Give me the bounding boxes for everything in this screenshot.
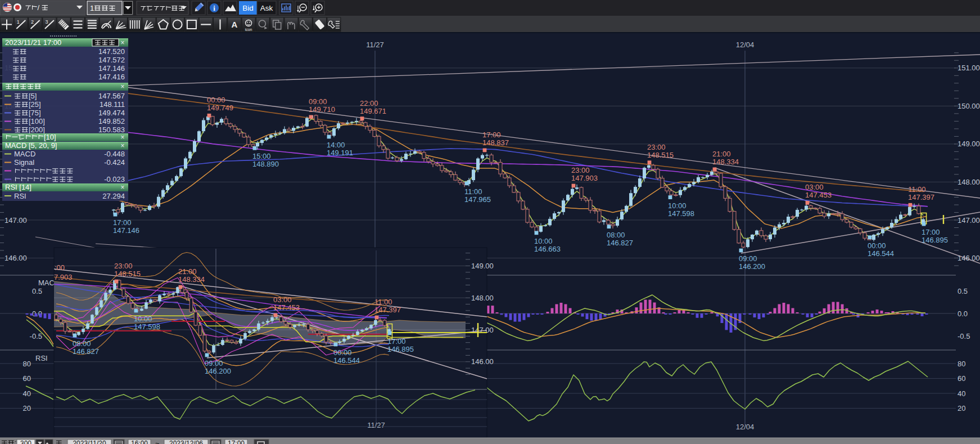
svg-text:[100]: [100] (29, 117, 45, 125)
svg-text:148.00: 148.00 (471, 294, 494, 302)
svg-text:148.837: 148.837 (482, 138, 509, 147)
svg-text:17:00: 17:00 (922, 228, 940, 236)
svg-text::: : (15, 439, 16, 444)
svg-text:147.453: 147.453 (273, 303, 300, 312)
svg-text:[75]: [75] (29, 109, 41, 117)
svg-text:300: 300 (20, 439, 31, 444)
svg-text:147.598: 147.598 (668, 209, 694, 218)
svg-text:147.00: 147.00 (958, 216, 980, 225)
svg-text:00:00: 00:00 (333, 348, 352, 357)
svg-text:17:00: 17:00 (228, 439, 245, 444)
svg-text:×: × (120, 183, 124, 191)
svg-text:[5]: [5] (29, 92, 37, 100)
svg-text:80: 80 (958, 360, 965, 368)
svg-text:09:00: 09:00 (205, 359, 223, 367)
svg-text:147.572: 147.572 (98, 56, 125, 64)
svg-text:146.544: 146.544 (868, 249, 894, 258)
svg-text:21:00: 21:00 (178, 267, 197, 276)
svg-text:Signal: Signal (14, 158, 34, 167)
svg-text:23:00: 23:00 (571, 166, 590, 174)
svg-text:60: 60 (23, 374, 31, 383)
svg-text:147.598: 147.598 (134, 322, 160, 331)
svg-text:RSI: RSI (35, 354, 48, 362)
svg-text:147.146: 147.146 (98, 64, 125, 73)
svg-text:149.474: 149.474 (98, 109, 125, 117)
svg-text:146.827: 146.827 (73, 347, 99, 356)
svg-text:149.852: 149.852 (98, 117, 125, 125)
svg-text:/: / (37, 3, 39, 12)
svg-text:14:00: 14:00 (327, 141, 345, 149)
svg-text:147.567: 147.567 (98, 92, 125, 100)
svg-text:149.710: 149.710 (309, 105, 335, 114)
svg-text:-0.023: -0.023 (104, 175, 125, 183)
svg-text:146.00: 146.00 (471, 357, 494, 366)
svg-text::00: :00 (55, 263, 65, 272)
svg-text:146.200: 146.200 (739, 262, 765, 271)
svg-text:A: A (231, 20, 237, 29)
svg-text:40: 40 (958, 389, 965, 398)
svg-text:[25]: [25] (29, 100, 41, 109)
svg-text:148.515: 148.515 (114, 270, 141, 278)
svg-text:148.515: 148.515 (647, 151, 674, 159)
svg-text:0.0: 0.0 (958, 310, 968, 318)
svg-text:147.416: 147.416 (98, 73, 125, 81)
svg-text:148.111: 148.111 (100, 100, 125, 109)
svg-text:0.5: 0.5 (32, 287, 42, 295)
svg-text:RSI [14]: RSI [14] (5, 183, 31, 191)
svg-text:MACD [5, 20, 9]: MACD [5, 20, 9] (5, 141, 57, 150)
svg-text:2023/11/21 17:00: 2023/11/21 17:00 (5, 38, 61, 47)
svg-text:148.890: 148.890 (252, 160, 279, 168)
svg-text:146.663: 146.663 (534, 245, 561, 253)
svg-text:23:00: 23:00 (114, 262, 133, 270)
svg-text:149.00: 149.00 (958, 140, 980, 148)
svg-text:147.453: 147.453 (805, 191, 832, 199)
svg-text:11:00: 11:00 (908, 185, 926, 194)
svg-text:10:00: 10:00 (134, 315, 152, 323)
svg-text:147.520: 147.520 (98, 47, 125, 56)
svg-text:12/04: 12/04 (736, 41, 755, 49)
svg-text:16:00: 16:00 (131, 439, 148, 444)
svg-text:12/04: 12/04 (736, 423, 755, 431)
svg-text:2: 2 (31, 19, 34, 25)
svg-text:60: 60 (958, 374, 965, 383)
svg-text:146.895: 146.895 (922, 236, 948, 244)
svg-text:80: 80 (23, 360, 31, 368)
svg-text:1: 1 (17, 19, 20, 25)
svg-text:146.00: 146.00 (4, 254, 27, 262)
svg-text:RSI: RSI (14, 192, 26, 200)
svg-text:0.5: 0.5 (958, 287, 968, 295)
svg-text:146.200: 146.200 (205, 367, 231, 375)
svg-text:149.00: 149.00 (471, 262, 494, 270)
svg-text:11:00: 11:00 (464, 187, 482, 196)
svg-text:149.749: 149.749 (207, 104, 233, 112)
svg-text:17:00: 17:00 (387, 337, 406, 346)
svg-text:40: 40 (23, 389, 31, 398)
svg-text:23:00: 23:00 (647, 143, 666, 151)
svg-text:MACD: MACD (14, 150, 35, 158)
svg-text:3: 3 (45, 19, 48, 25)
svg-text:15:00: 15:00 (252, 152, 271, 160)
svg-text:Ask: Ask (260, 4, 273, 12)
svg-text:[200]: [200] (29, 125, 45, 134)
svg-text:-0.424: -0.424 (104, 158, 125, 167)
svg-text:-0.5: -0.5 (958, 332, 970, 340)
svg-text:00:00: 00:00 (868, 241, 886, 250)
svg-text:×: × (120, 39, 124, 47)
svg-text:147.146: 147.146 (113, 226, 139, 235)
svg-text:10:00: 10:00 (534, 237, 553, 245)
svg-text:×: × (120, 83, 124, 91)
svg-text:151.00: 151.00 (958, 64, 980, 72)
svg-text:27.294: 27.294 (102, 192, 125, 200)
svg-text:149.191: 149.191 (327, 149, 353, 157)
svg-text:150.583: 150.583 (98, 125, 125, 134)
svg-text:150.00: 150.00 (958, 102, 980, 110)
svg-text:×: × (120, 133, 124, 141)
svg-text:20: 20 (23, 404, 31, 412)
svg-text:i: i (213, 4, 215, 12)
svg-text:10:00: 10:00 (668, 201, 687, 210)
svg-text:09:00: 09:00 (309, 97, 327, 106)
svg-text:Bid: Bid (242, 4, 254, 12)
svg-text:146.827: 146.827 (607, 239, 633, 247)
svg-text:147.965: 147.965 (464, 195, 491, 204)
svg-text:146.544: 146.544 (333, 356, 360, 365)
